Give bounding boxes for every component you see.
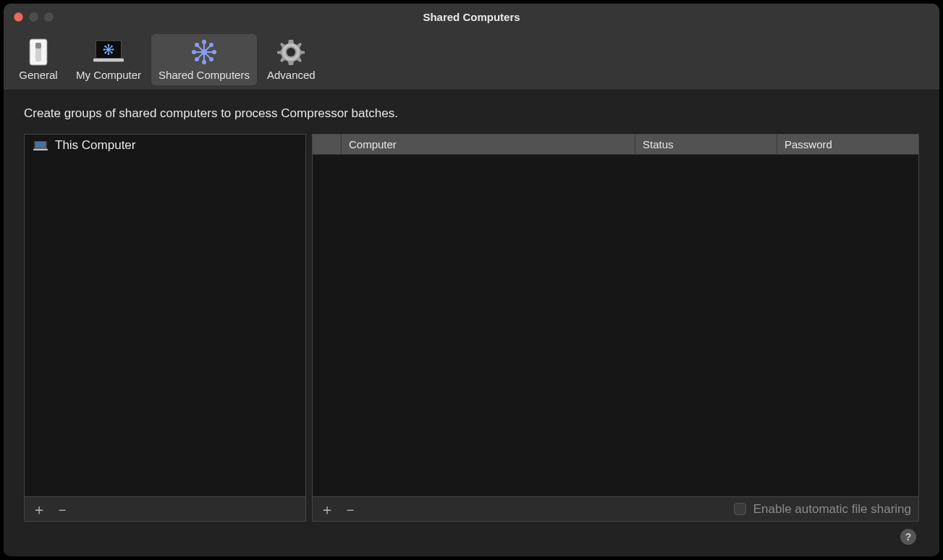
svg-rect-36 bbox=[33, 149, 48, 151]
svg-point-13 bbox=[103, 48, 106, 51]
column-header-computer[interactable]: Computer bbox=[342, 135, 635, 154]
svg-point-14 bbox=[112, 48, 114, 51]
help-button[interactable]: ? bbox=[900, 529, 916, 545]
computers-footer: ＋ － Enable automatic file sharing bbox=[313, 496, 918, 521]
add-computer-button[interactable]: ＋ bbox=[320, 502, 333, 517]
gear-icon bbox=[276, 37, 306, 67]
svg-point-16 bbox=[111, 52, 113, 54]
add-group-button[interactable]: ＋ bbox=[32, 502, 45, 517]
column-header-password[interactable]: Password bbox=[777, 135, 918, 154]
svg-point-18 bbox=[111, 46, 113, 48]
tab-general[interactable]: General bbox=[11, 34, 66, 85]
computers-table-body[interactable] bbox=[313, 155, 918, 496]
svg-point-24 bbox=[202, 40, 206, 44]
description-text: Create groups of shared computers to pro… bbox=[24, 106, 919, 121]
svg-rect-2 bbox=[35, 43, 41, 48]
minimize-button[interactable] bbox=[29, 12, 38, 22]
svg-point-31 bbox=[209, 43, 213, 47]
shared-computers-icon bbox=[189, 37, 219, 67]
table-sort-column[interactable] bbox=[313, 135, 342, 154]
close-button[interactable] bbox=[14, 12, 23, 22]
tab-my-computer[interactable]: My Computer bbox=[69, 34, 148, 85]
help-area: ? bbox=[24, 522, 919, 548]
groups-list[interactable]: This Computer bbox=[25, 135, 305, 496]
remove-group-button[interactable]: － bbox=[55, 502, 68, 517]
list-item[interactable]: This Computer bbox=[25, 135, 305, 156]
preferences-window: Shared Computers General bbox=[4, 4, 939, 556]
file-sharing-option[interactable]: Enable automatic file sharing bbox=[734, 502, 911, 517]
remove-computer-button[interactable]: － bbox=[343, 502, 356, 517]
svg-point-32 bbox=[287, 48, 295, 56]
file-sharing-label: Enable automatic file sharing bbox=[753, 502, 911, 517]
groups-footer: ＋ － bbox=[25, 496, 305, 521]
file-sharing-checkbox[interactable] bbox=[734, 503, 746, 515]
svg-point-25 bbox=[202, 60, 206, 64]
titlebar: Shared Computers bbox=[4, 4, 939, 30]
svg-point-29 bbox=[209, 57, 213, 61]
tab-label: General bbox=[19, 69, 57, 81]
table-header: Computer Status Password bbox=[313, 135, 918, 155]
general-icon bbox=[23, 37, 54, 67]
svg-point-15 bbox=[104, 46, 106, 48]
svg-point-30 bbox=[195, 57, 199, 61]
svg-rect-35 bbox=[35, 142, 46, 148]
traffic-lights bbox=[4, 12, 54, 22]
tab-label: Advanced bbox=[267, 69, 316, 81]
groups-panel: This Computer ＋ － bbox=[24, 134, 306, 522]
preferences-toolbar: General bbox=[4, 30, 939, 90]
list-item-label: This Computer bbox=[55, 138, 135, 153]
column-header-status[interactable]: Status bbox=[635, 135, 777, 154]
zoom-button[interactable] bbox=[44, 12, 54, 22]
tab-shared-computers[interactable]: Shared Computers bbox=[151, 34, 257, 85]
tab-advanced[interactable]: Advanced bbox=[260, 34, 323, 85]
tab-label: My Computer bbox=[76, 69, 141, 81]
svg-rect-5 bbox=[93, 59, 124, 61]
my-computer-icon bbox=[93, 37, 124, 67]
svg-point-17 bbox=[104, 52, 106, 54]
content-area: Create groups of shared computers to pro… bbox=[4, 90, 939, 556]
window-title: Shared Computers bbox=[4, 11, 939, 23]
svg-point-27 bbox=[212, 50, 216, 54]
computers-panel: Computer Status Password ＋ － Enable auto… bbox=[312, 134, 919, 522]
laptop-icon bbox=[33, 140, 48, 150]
tab-label: Shared Computers bbox=[158, 69, 250, 81]
svg-point-11 bbox=[108, 44, 110, 46]
svg-point-26 bbox=[192, 50, 196, 54]
svg-point-28 bbox=[195, 43, 199, 47]
panels: This Computer ＋ － Computer Status Passwo… bbox=[24, 134, 919, 522]
svg-point-12 bbox=[108, 53, 110, 55]
